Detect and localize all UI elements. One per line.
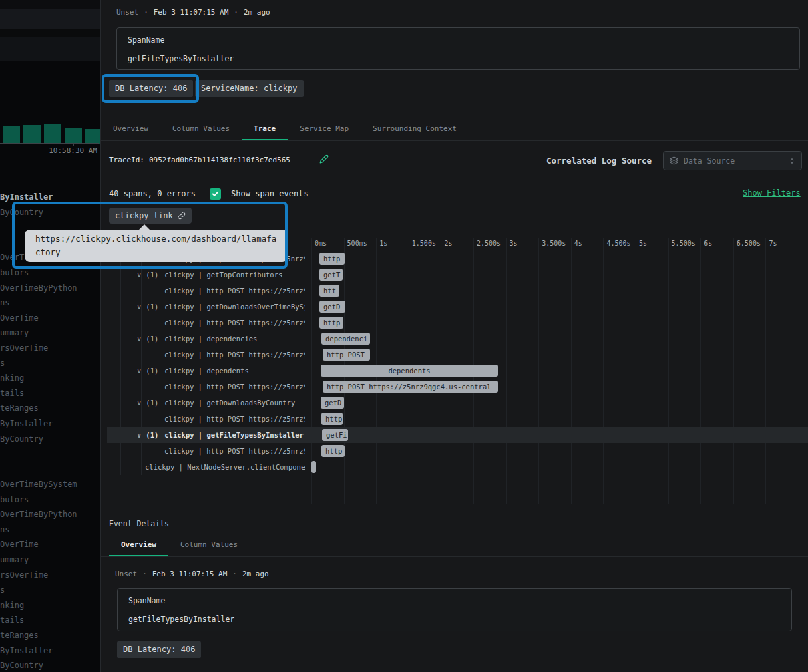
span-child-count: (1) — [146, 335, 158, 343]
tab-surrounding-context[interactable]: Surrounding Context — [361, 118, 469, 140]
chevron-down-icon[interactable]: ∨ — [137, 399, 141, 407]
trace-span-row[interactable]: ∨(1)clickpy | getDownloadsByCountry — [107, 395, 305, 411]
chevron-down-icon[interactable]: ∨ — [137, 367, 141, 375]
sidebar-item[interactable]: rsOverTime — [0, 343, 100, 353]
span-duration-bar[interactable]: http — [319, 253, 345, 265]
sidebar-item[interactable]: teRanges — [0, 403, 100, 413]
axis-tick-label: 3.500s — [542, 240, 566, 247]
span-duration-bar[interactable]: htt — [319, 285, 339, 297]
span-duration-bar[interactable]: getT — [319, 269, 343, 281]
show-span-events-label[interactable]: Show span events — [231, 189, 309, 198]
span-duration-bar[interactable] — [311, 461, 316, 473]
span-label: clickpy | getTopContributors — [164, 271, 282, 279]
tab-column-values[interactable]: Column Values — [160, 118, 242, 140]
trace-span-row[interactable]: clickpy | http POST https://z5nrz9qgc4.u… — [107, 283, 305, 299]
trace-span-row[interactable]: ∨(1)clickpy | dependencies — [107, 331, 305, 347]
trace-span-row[interactable]: clickpy | http POST https://z5nrz9qgc4.u… — [107, 443, 305, 459]
sidebar-item[interactable]: ByCountry — [0, 208, 100, 218]
sidebar-item[interactable]: rsOverTime — [0, 570, 100, 580]
span-child-count: (1) — [146, 303, 158, 311]
histogram-bar — [65, 128, 82, 144]
sidebar-item[interactable]: OverTime — [0, 540, 100, 550]
select-chevrons-icon — [789, 156, 795, 166]
span-duration-bar[interactable]: getD — [319, 301, 345, 313]
span-name-value: getFileTypesByInstaller — [128, 54, 789, 63]
axis-tick-label: 4.500s — [606, 240, 630, 247]
span-child-count: (1) — [146, 271, 158, 279]
axis-tick-label: 1s — [379, 240, 387, 247]
sidebar-top-band-1 — [0, 0, 100, 9]
sidebar-item[interactable]: butors — [0, 495, 100, 505]
span-duration-bar[interactable]: http POST https://z5nrz9qgc4.us-central — [323, 381, 498, 393]
trace-span-row[interactable]: clickpy | http POST https://z5nrz9qgc4.u… — [107, 347, 305, 363]
sidebar-item[interactable]: ns — [0, 298, 100, 308]
span-duration-bar[interactable]: getD — [321, 397, 344, 409]
span-duration-bar[interactable]: http POST — [323, 349, 370, 361]
sidebar-top-band-2 — [0, 9, 100, 29]
trace-span-row[interactable]: clickpy | http POST https://z5nrz9qgc4.u… — [107, 315, 305, 331]
trace-span-row[interactable]: ∨(1)clickpy | getTopContributors — [107, 267, 305, 283]
sidebar-item[interactable]: tails — [0, 389, 100, 399]
axis-tick-label: 3s — [510, 240, 518, 247]
span-label: clickpy | dependents — [164, 367, 248, 375]
link-url-tooltip: https://clickpy.clickhouse.com/dashboard… — [25, 230, 288, 262]
db-latency-badge[interactable]: DB Latency: 406 — [109, 80, 193, 97]
sidebar-item[interactable]: s — [0, 585, 100, 595]
trace-span-row[interactable]: ∨(1)clickpy | getFileTypesByInstaller — [107, 427, 305, 443]
grid-line — [700, 238, 701, 504]
span-duration-bar[interactable]: http — [321, 413, 343, 425]
histogram-bar — [3, 126, 20, 144]
span-duration-bar[interactable]: getFi — [322, 429, 348, 441]
sidebar-item[interactable]: s — [0, 359, 100, 369]
trace-span-row[interactable]: ∨(1)clickpy | getDownloadsOverTimeBySyst… — [107, 299, 305, 315]
data-source-select[interactable]: Data Source — [663, 151, 802, 170]
service-name-badge[interactable]: ServiceName: clickpy — [195, 80, 304, 97]
event-tab-column-values[interactable]: Column Values — [168, 534, 250, 556]
axis-tick-label: 500ms — [347, 240, 367, 247]
chevron-down-icon[interactable]: ∨ — [137, 303, 141, 311]
trace-span-row[interactable]: ∨(1)clickpy | dependents — [107, 363, 305, 379]
sidebar-item[interactable]: OverTimeBySystem — [0, 480, 100, 490]
axis-tick-label: 1.500s — [412, 240, 436, 247]
sidebar-item[interactable]: ByCountry — [0, 434, 100, 444]
span-duration-bar[interactable]: http — [319, 317, 343, 329]
trace-span-row[interactable]: clickpy | http POST https://z5nrz9qgc4.u… — [107, 379, 305, 395]
histogram-time-label: 10:58:30 AM — [49, 146, 97, 155]
span-duration-bar[interactable]: dependenci — [321, 333, 370, 345]
chevron-down-icon[interactable]: ∨ — [137, 335, 141, 343]
sidebar-item[interactable]: ummary — [0, 555, 100, 565]
sidebar-item[interactable]: OverTime — [0, 313, 100, 323]
clickpy-link-chip[interactable]: clickpy_link — [109, 208, 192, 224]
sidebar-item[interactable]: ByInstaller — [0, 419, 100, 429]
span-duration-bar[interactable]: dependents — [321, 365, 498, 377]
sidebar-item[interactable]: teRanges — [0, 631, 100, 641]
edit-pencil-icon[interactable] — [319, 154, 329, 164]
show-filters-link[interactable]: Show Filters — [743, 188, 801, 198]
sidebar-item[interactable]: nking — [0, 373, 100, 383]
event-tab-overview[interactable]: Overview — [109, 534, 168, 556]
sidebar-item[interactable]: ByInstaller — [0, 192, 100, 202]
show-span-events-checkbox[interactable] — [210, 188, 221, 200]
tab-overview[interactable]: Overview — [101, 118, 160, 140]
sidebar-item[interactable]: tails — [0, 615, 100, 625]
sidebar-item[interactable]: ByCountry — [0, 661, 100, 671]
sidebar-item[interactable]: OverTimeByPython — [0, 283, 100, 293]
sidebar-item[interactable]: OverTimeByPython — [0, 510, 100, 520]
grid-line — [571, 238, 572, 504]
tab-trace[interactable]: Trace — [242, 118, 288, 140]
span-duration-bar[interactable]: http — [321, 445, 345, 457]
axis-tick-label: 6s — [704, 240, 712, 247]
sidebar-item[interactable]: ByInstaller — [0, 646, 100, 656]
chevron-down-icon[interactable]: ∨ — [137, 271, 141, 279]
histogram-bar — [23, 125, 41, 144]
trace-span-row[interactable]: clickpy | NextNodeServer.clientCompone — [107, 459, 305, 475]
sidebar-item[interactable]: nking — [0, 601, 100, 611]
span-label: clickpy | http POST https://z5nrz9qgc4.u… — [164, 383, 305, 391]
sidebar-item[interactable]: butors — [0, 268, 100, 278]
sidebar-item[interactable]: ummary — [0, 328, 100, 338]
chevron-down-icon[interactable]: ∨ — [137, 431, 141, 439]
trace-span-row[interactable]: clickpy | http POST https://z5nrz9qgc4.u… — [107, 411, 305, 427]
tab-service-map[interactable]: Service Map — [288, 118, 361, 140]
db-latency-badge-bottom[interactable]: DB Latency: 406 — [117, 641, 201, 658]
sidebar-item[interactable]: ns — [0, 525, 100, 535]
